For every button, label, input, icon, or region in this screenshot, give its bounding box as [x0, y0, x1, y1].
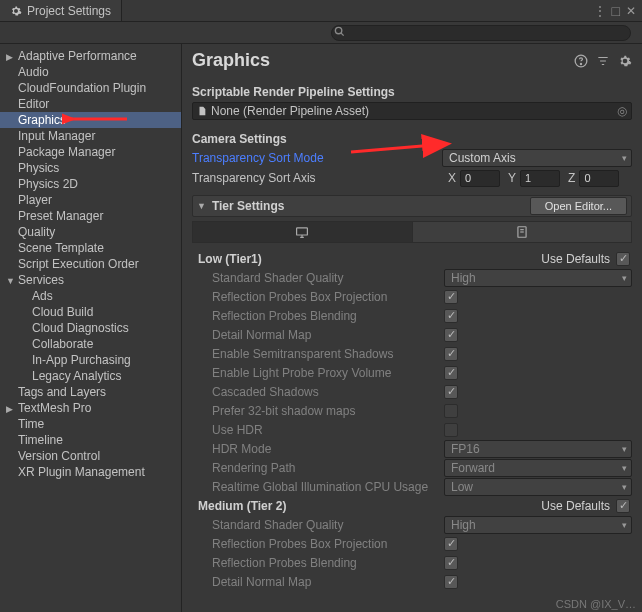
axis-z-label: Z [562, 171, 577, 185]
use-defaults-checkbox[interactable]: ✓ [616, 252, 630, 266]
tier-setting-label: Realtime Global Illumination CPU Usage [192, 480, 444, 494]
tier-setting-checkbox[interactable]: ✓ [444, 537, 458, 551]
tier-setting-label: HDR Mode [192, 442, 444, 456]
tier-setting-label: Detail Normal Map [192, 328, 444, 342]
tier-setting-checkbox[interactable]: ✓ [444, 347, 458, 361]
sidebar-item-version-control[interactable]: Version Control [0, 448, 181, 464]
srp-asset-field[interactable]: None (Render Pipeline Asset) ◎ [192, 102, 632, 120]
close-icon[interactable]: □ [612, 3, 620, 19]
sidebar-item-package-manager[interactable]: Package Manager [0, 144, 181, 160]
tier-setting-label: Cascaded Shadows [192, 385, 444, 399]
settings-icon[interactable] [618, 54, 632, 68]
tier-group-head: Low (Tier1) [192, 252, 444, 266]
sidebar-label: Physics 2D [18, 177, 78, 191]
sidebar-item-graphics[interactable]: Graphics [0, 112, 181, 128]
sort-mode-dropdown[interactable]: Custom Axis [442, 149, 632, 167]
axis-y-label: Y [502, 171, 518, 185]
sidebar-item-cloud-build[interactable]: Cloud Build [0, 304, 181, 320]
search-input[interactable] [331, 25, 631, 41]
sidebar-item-legacy-analytics[interactable]: Legacy Analytics [0, 368, 181, 384]
sidebar-item-tags-and-layers[interactable]: Tags and Layers [0, 384, 181, 400]
axis-y-input[interactable] [520, 170, 560, 187]
tier-setting-row: Standard Shader QualityHigh [192, 268, 632, 287]
tier-setting-checkbox[interactable]: ✓ [444, 290, 458, 304]
sidebar-item-services[interactable]: ▼Services [0, 272, 181, 288]
sidebar-item-cloudfoundation-plugin[interactable]: CloudFoundation Plugin [0, 80, 181, 96]
filter-icon[interactable] [596, 54, 610, 68]
sidebar-item-collaborate[interactable]: Collaborate [0, 336, 181, 352]
titlebar-controls: ⋮ □ ✕ [594, 3, 642, 19]
sidebar-item-player[interactable]: Player [0, 192, 181, 208]
tier-group-head: Medium (Tier 2) [192, 499, 444, 513]
sidebar-label: Graphics [18, 113, 66, 127]
use-defaults-label: Use Defaults [541, 499, 610, 513]
sidebar-item-audio[interactable]: Audio [0, 64, 181, 80]
tier-setting-row: Reflection Probes Blending✓ [192, 553, 632, 572]
tier-setting-checkbox[interactable]: ✓ [444, 309, 458, 323]
use-defaults-checkbox[interactable]: ✓ [616, 499, 630, 513]
help-icon[interactable] [574, 54, 588, 68]
sidebar-item-script-execution-order[interactable]: Script Execution Order [0, 256, 181, 272]
sidebar-item-scene-template[interactable]: Scene Template [0, 240, 181, 256]
sidebar-item-physics-2d[interactable]: Physics 2D [0, 176, 181, 192]
platform-tab-standalone[interactable] [192, 221, 413, 243]
tier-platform-tabs [192, 221, 632, 243]
tier-setting-checkbox[interactable]: ✓ [444, 328, 458, 342]
tier-setting-label: Enable Semitransparent Shadows [192, 347, 444, 361]
sidebar-item-textmesh-pro[interactable]: ▶TextMesh Pro [0, 400, 181, 416]
sidebar-item-preset-manager[interactable]: Preset Manager [0, 208, 181, 224]
srp-asset-value: None (Render Pipeline Asset) [211, 104, 369, 118]
tier-settings-header[interactable]: ▼ Tier Settings Open Editor... [192, 195, 632, 217]
tier-setting-row: HDR ModeFP16 [192, 439, 632, 458]
tier-setting-label: Standard Shader Quality [192, 518, 444, 532]
tier-setting-label: Reflection Probes Blending [192, 309, 444, 323]
tier-setting-checkbox[interactable]: ✓ [444, 366, 458, 380]
tier-setting-dropdown[interactable]: High [444, 269, 632, 287]
sidebar-item-quality[interactable]: Quality [0, 224, 181, 240]
axis-z-input[interactable] [579, 170, 619, 187]
tier-setting-checkbox[interactable] [444, 404, 458, 418]
tier-setting-dropdown[interactable]: Forward [444, 459, 632, 477]
tier-setting-dropdown[interactable]: Low [444, 478, 632, 496]
tier-setting-checkbox[interactable]: ✓ [444, 385, 458, 399]
tier-setting-row: Use HDR [192, 420, 632, 439]
sidebar-item-timeline[interactable]: Timeline [0, 432, 181, 448]
project-settings-window: Project Settings ⋮ □ ✕ ▶Adaptive Perform… [0, 0, 642, 612]
tier-setting-checkbox[interactable] [444, 423, 458, 437]
window-tab[interactable]: Project Settings [0, 0, 122, 21]
sort-mode-label[interactable]: Transparency Sort Mode [192, 151, 442, 165]
more-icon[interactable]: ⋮ [594, 4, 606, 18]
close-x-icon[interactable]: ✕ [626, 4, 636, 18]
tier-setting-checkbox[interactable]: ✓ [444, 575, 458, 589]
sidebar-item-adaptive-performance[interactable]: ▶Adaptive Performance [0, 48, 181, 64]
sidebar-label: Script Execution Order [18, 257, 139, 271]
sidebar-item-cloud-diagnostics[interactable]: Cloud Diagnostics [0, 320, 181, 336]
tier-setting-dropdown[interactable]: High [444, 516, 632, 534]
tier-setting-row: Reflection Probes Blending✓ [192, 306, 632, 325]
tier-setting-checkbox[interactable]: ✓ [444, 556, 458, 570]
object-picker-icon[interactable]: ◎ [617, 104, 627, 118]
tier-setting-row: Realtime Global Illumination CPU UsageLo… [192, 477, 632, 496]
sidebar-item-in-app-purchasing[interactable]: In-App Purchasing [0, 352, 181, 368]
sidebar-label: Tags and Layers [18, 385, 106, 399]
sidebar-label: Services [18, 273, 64, 287]
tier-setting-row: Detail Normal Map✓ [192, 325, 632, 344]
svg-point-3 [580, 63, 581, 64]
open-editor-button[interactable]: Open Editor... [530, 197, 627, 215]
tier-setting-dropdown[interactable]: FP16 [444, 440, 632, 458]
sidebar-label: Scene Template [18, 241, 104, 255]
sidebar-item-ads[interactable]: Ads [0, 288, 181, 304]
sidebar-item-physics[interactable]: Physics [0, 160, 181, 176]
chevron-down-icon: ▼ [197, 201, 206, 211]
sidebar-item-xr-plugin-management[interactable]: XR Plugin Management [0, 464, 181, 480]
sidebar-label: Adaptive Performance [18, 49, 137, 63]
srp-title: Scriptable Render Pipeline Settings [192, 85, 632, 99]
sidebar-item-editor[interactable]: Editor [0, 96, 181, 112]
sort-axis-label: Transparency Sort Axis [192, 171, 442, 185]
axis-x-input[interactable] [460, 170, 500, 187]
tier-setting-label: Prefer 32-bit shadow maps [192, 404, 444, 418]
file-icon [197, 105, 207, 117]
platform-tab-server[interactable] [413, 221, 633, 243]
sidebar-item-input-manager[interactable]: Input Manager [0, 128, 181, 144]
sidebar-item-time[interactable]: Time [0, 416, 181, 432]
